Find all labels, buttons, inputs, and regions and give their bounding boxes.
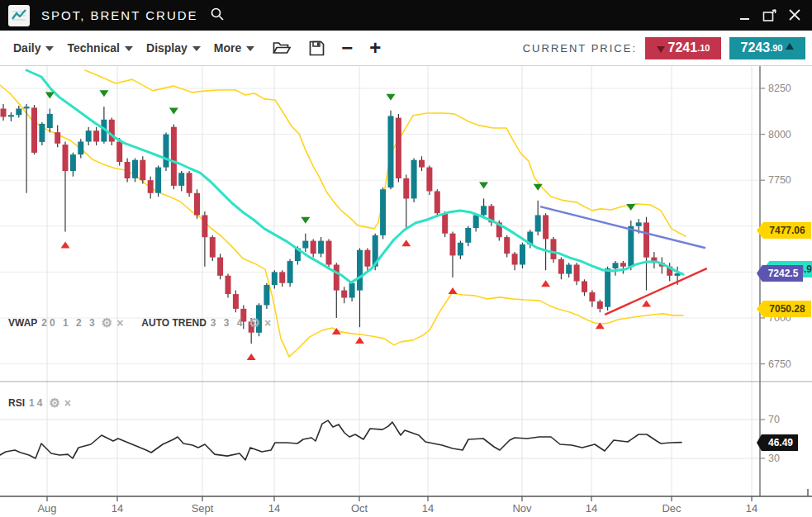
bid-price-dec: .10 [697,43,710,53]
menu-daily[interactable]: Daily [13,41,54,55]
svg-text:70: 70 [768,414,780,425]
svg-text:14: 14 [268,502,280,515]
menu-display-label: Display [146,41,188,55]
autotrend-indicator-label: AUTO TREND [141,317,206,329]
menu-technical[interactable]: Technical [67,41,133,55]
menu-technical-label: Technical [67,41,120,55]
rsi-value-badge: 46.49 [757,434,798,451]
svg-text:6750: 6750 [768,358,791,370]
ask-price-badge: 7243.90 [729,37,805,59]
zoom-out-button[interactable]: − [341,40,353,56]
menu-more-label: More [214,41,241,55]
autotrend-close-icon[interactable]: × [264,318,271,328]
vwap-indicator-params: 20 1 2 3 [41,317,97,329]
svg-text:14: 14 [746,502,757,515]
rsi-close-icon[interactable]: × [64,398,71,408]
indicator-row-main: VWAP 20 1 2 3 ⚙ × AUTO TREND 3 3 4 ⚙ × [8,317,271,329]
rsi-indicator-params: 14 [29,397,45,409]
chevron-down-icon [192,46,201,51]
last-price-badge: 7242.5 [757,265,803,282]
svg-text:14: 14 [422,502,434,515]
svg-text:8250: 8250 [768,83,791,94]
svg-text:8000: 8000 [768,129,791,140]
current-price-label: CURRENT PRICE: [523,42,637,55]
chevron-down-icon [246,46,254,51]
lower-band-price-badge: 7050.28 [757,301,811,317]
arrow-down-icon [657,46,665,53]
chevron-down-icon [45,46,54,51]
zoom-in-button[interactable]: + [369,40,381,56]
save-icon[interactable] [309,40,325,56]
svg-text:Sept: Sept [192,502,214,515]
vwap-indicator-label: VWAP [8,317,37,329]
app-logo-icon [8,5,30,26]
chevron-down-icon [125,46,133,51]
menu-daily-label: Daily [13,41,40,55]
svg-text:Oct: Oct [351,502,368,515]
upper-band-price-badge: 7477.06 [757,222,811,239]
svg-text:7750: 7750 [768,174,791,186]
price-chart[interactable]: 8250800077507500700067507030Aug14Sept14O… [0,0,812,517]
indicator-row-rsi: RSI 14 ⚙ × [8,397,71,409]
vwap-close-icon[interactable]: × [116,318,123,328]
autotrend-settings-gear-icon[interactable]: ⚙ [249,318,260,328]
ask-price-int: 7243 [741,40,771,55]
bid-price-badge: 7241.10 [645,37,721,59]
svg-text:14: 14 [586,502,597,515]
svg-text:Dec: Dec [662,502,681,515]
symbol-search-icon[interactable] [210,7,225,25]
popout-window-button[interactable] [759,7,781,25]
menu-more[interactable]: More [214,41,254,55]
svg-text:30: 30 [768,453,780,464]
open-folder-icon[interactable] [273,40,291,55]
toolbar: Daily Technical Display More [0,31,812,66]
svg-text:Aug: Aug [37,502,56,515]
ask-price-dec: .90 [770,43,782,53]
window-title: SPOT, BRENT CRUDE [41,8,198,22]
menu-display[interactable]: Display [146,41,201,55]
vwap-settings-gear-icon[interactable]: ⚙ [102,318,112,328]
rsi-indicator-label: RSI [8,397,25,409]
rsi-settings-gear-icon[interactable]: ⚙ [49,398,59,408]
svg-text:14: 14 [112,502,123,515]
trading-app-window: 8250800077507500700067507030Aug14Sept14O… [0,0,812,517]
arrow-up-icon [786,43,794,50]
close-button[interactable] [784,7,805,25]
titlebar: SPOT, BRENT CRUDE [0,0,812,31]
autotrend-indicator-params: 3 3 4 [211,317,245,329]
minimize-button[interactable] [734,7,756,25]
bid-price-int: 7241 [668,40,698,55]
svg-text:Nov: Nov [512,502,532,515]
